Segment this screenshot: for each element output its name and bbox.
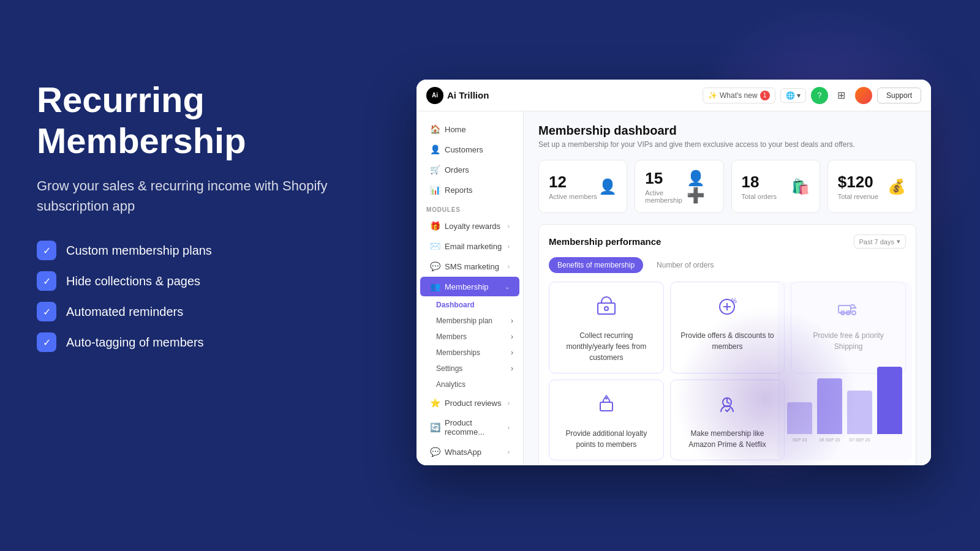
stat-label-revenue: Total revenue <box>838 193 878 200</box>
orders-stat-icon: 🛍️ <box>791 178 810 195</box>
sidebar-item-customers[interactable]: 👤 Customers <box>420 140 519 159</box>
sidebar-item-sms[interactable]: 💬 SMS marketing › <box>420 257 519 276</box>
chevron-down-icon: ⌄ <box>505 283 510 290</box>
chart-bar-1 <box>787 402 812 434</box>
tab-benefits[interactable]: Benefits of membership <box>549 257 643 273</box>
stat-card-members: 12 Active members 👤 <box>538 160 627 213</box>
notification-badge: 1 <box>760 91 770 100</box>
membership-icon: 👥 <box>430 282 440 291</box>
logo-text: Ai Trillion <box>447 90 489 100</box>
reviews-icon: ⭐ <box>430 398 440 408</box>
stat-label-members: Active members <box>549 193 597 200</box>
membership-stat-icon: 👤➕ <box>687 170 713 204</box>
benefit-card-4: Provide additional loyalty points to mem… <box>549 380 664 460</box>
chevron-right-icon: › <box>508 424 510 431</box>
sidebar-item-orders[interactable]: 🛒 Orders <box>420 160 519 179</box>
sidebar-item-loyalty[interactable]: 🎁 Loyalty rewards › <box>420 216 519 236</box>
orders-icon: 🛒 <box>430 165 440 174</box>
check-icon: ✓ <box>37 332 56 352</box>
benefit-text-3: Provide free & priority Shipping <box>800 330 897 352</box>
app-window: Ai Ai Trillion ✨ What's new 1 🌐 ▾ ? ⊞ Su… <box>417 80 931 465</box>
loyalty-icon: 🎁 <box>430 221 440 231</box>
sidebar-item-reviews[interactable]: ⭐ Product reviews › <box>420 393 519 413</box>
check-icon: ✓ <box>37 271 56 291</box>
benefit-text-5: Make membership like Amazon Prime & Netf… <box>679 428 776 450</box>
chart-bar-4 <box>877 367 902 435</box>
stat-number-orders: 18 <box>742 173 777 192</box>
chart-label-4 <box>877 438 902 442</box>
topbar-right: ✨ What's new 1 🌐 ▾ ? ⊞ Support <box>703 87 921 104</box>
benefit-text-2: Provide offers & discounts to members <box>679 330 776 352</box>
logo-icon: Ai <box>426 87 443 104</box>
sparkle-icon: ✨ <box>708 91 717 100</box>
feature-list: ✓ Custom membership plans ✓ Hide collect… <box>37 241 331 352</box>
chevron-right-icon: › <box>508 400 510 407</box>
sub-item-analytics[interactable]: Analytics <box>417 377 523 392</box>
feature-item: ✓ Auto-tagging of members <box>37 332 331 352</box>
main-area: 🏠 Home 👤 Customers 🛒 Orders 📊 Reports MO… <box>417 111 931 465</box>
benefit-text-4: Provide additional loyalty points to mem… <box>558 428 655 450</box>
chart-label-3: 07 SEP 23 <box>847 438 872 442</box>
stat-number-revenue: $120 <box>838 173 878 192</box>
sms-icon: 💬 <box>430 261 440 271</box>
avatar[interactable] <box>855 87 872 104</box>
recommend-icon: 🔄 <box>430 422 440 432</box>
svg-point-7 <box>852 311 856 315</box>
chevron-down-icon: ▾ <box>897 238 900 246</box>
sidebar: 🏠 Home 👤 Customers 🛒 Orders 📊 Reports MO… <box>417 111 524 465</box>
stat-label-orders: Total orders <box>742 193 777 200</box>
sub-item-plan[interactable]: Membership plan › <box>417 313 523 329</box>
whats-new-button[interactable]: ✨ What's new 1 <box>703 88 775 103</box>
stat-card-orders: 18 Total orders 🛍️ <box>731 160 820 213</box>
benefit-icon-5 <box>715 392 739 422</box>
chevron-right-icon: › <box>508 263 510 270</box>
sidebar-item-home[interactable]: 🏠 Home <box>420 119 519 139</box>
main-title: Recurring Membership <box>37 80 331 161</box>
svg-point-1 <box>605 307 608 310</box>
benefit-icon-3 <box>836 294 861 324</box>
sidebar-item-email[interactable]: ✉️ Email marketing › <box>420 236 519 256</box>
stat-card-membership: 15 Active membership 👤➕ <box>635 160 723 213</box>
chart-label-2: 06 SEP 23 <box>817 438 842 442</box>
stat-number-members: 12 <box>549 173 597 192</box>
logo-area: Ai Ai Trillion <box>426 87 489 104</box>
stat-card-revenue: $120 Total revenue 💰 <box>827 160 916 213</box>
members-stat-icon: 👤 <box>598 178 617 195</box>
period-select[interactable]: Past 7 days ▾ <box>854 234 906 249</box>
sidebar-item-recommend[interactable]: 🔄 Product recomme... › <box>420 413 519 441</box>
benefit-card-5: Make membership like Amazon Prime & Netf… <box>670 380 785 460</box>
benefit-card-1: Collect recurring monthly/yearly fees fr… <box>549 282 664 373</box>
benefit-card-3: Provide free & priority Shipping <box>791 282 906 373</box>
grid-icon[interactable]: ⊞ <box>833 87 850 104</box>
chart-bar-3 <box>847 391 872 435</box>
sub-item-dashboard[interactable]: Dashboard <box>417 297 523 313</box>
stat-label-membership: Active membership <box>645 189 687 204</box>
content-area: Membership dashboard Set up a membership… <box>524 111 931 465</box>
performance-section: Membership performance Past 7 days ▾ Ben… <box>538 224 916 465</box>
svg-rect-8 <box>600 402 612 411</box>
tab-orders[interactable]: Number of orders <box>648 257 722 273</box>
sidebar-item-reports[interactable]: 📊 Reports <box>420 180 519 200</box>
sub-item-memberships[interactable]: Memberships › <box>417 345 523 361</box>
sub-item-members[interactable]: Members › <box>417 329 523 345</box>
svg-rect-0 <box>598 303 615 314</box>
performance-header: Membership performance Past 7 days ▾ <box>549 234 906 249</box>
sidebar-item-membership[interactable]: 👥 Membership ⌄ <box>420 277 519 296</box>
performance-title: Membership performance <box>549 236 661 247</box>
chevron-right-icon: › <box>511 364 513 373</box>
check-icon: ✓ <box>37 241 56 260</box>
chevron-right-icon: › <box>508 449 510 455</box>
benefit-icon-4 <box>594 392 619 422</box>
chevron-right-icon: › <box>511 317 513 325</box>
benefit-icon-1 <box>594 294 619 324</box>
support-button[interactable]: Support <box>877 88 921 103</box>
customers-icon: 👤 <box>430 144 440 154</box>
stats-row: 12 Active members 👤 15 Active membership… <box>538 160 916 213</box>
sub-item-settings[interactable]: Settings › <box>417 361 523 377</box>
language-button[interactable]: 🌐 ▾ <box>780 88 806 103</box>
sidebar-item-whatsapp[interactable]: 💬 WhatsApp › <box>420 442 519 462</box>
subtitle: Grow your sales & recurring income with … <box>37 176 331 216</box>
help-icon[interactable]: ? <box>811 87 828 104</box>
chevron-right-icon: › <box>508 223 510 230</box>
reports-icon: 📊 <box>430 185 440 195</box>
